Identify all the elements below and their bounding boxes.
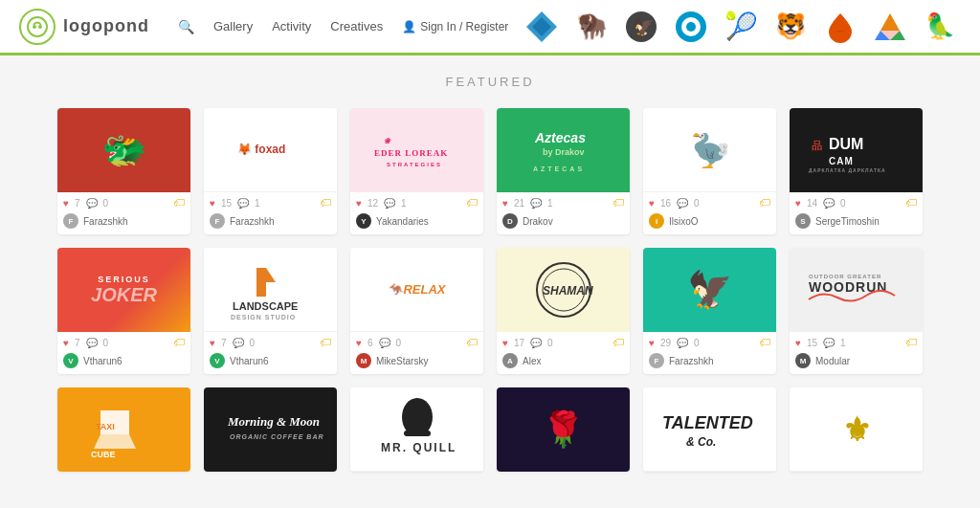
like-count: 7: [75, 338, 80, 348]
like-icon: ♥: [649, 198, 655, 209]
card-user-dum[interactable]: S SergeTimoshin: [790, 211, 923, 234]
nav-logo-drive[interactable]: [869, 6, 911, 48]
card-img-talented: TALENTED & Co.: [643, 387, 776, 472]
eder-svg: ❀ EDER LOREAK STRATEGIES: [369, 124, 465, 177]
username: Farazshkh: [230, 216, 275, 227]
nav-logo-diamond[interactable]: [521, 6, 563, 48]
nav-logo-bull[interactable]: 🦬: [570, 6, 612, 48]
like-icon: ♥: [63, 198, 69, 209]
card-meta-dum: ♥ 14 💬 0 🏷: [790, 192, 923, 211]
svg-text:CAM: CAM: [829, 156, 854, 166]
bookmark-icon: 🏷: [905, 196, 917, 210]
username: Farazshkh: [669, 356, 714, 366]
card-landscape[interactable]: LANDSCAPE DESIGN STUDIO ♥ 7 💬 0 🏷 V Vtha…: [204, 248, 337, 374]
nav-logo-target[interactable]: [670, 6, 712, 48]
card-user-relax[interactable]: M MikeStarsky: [350, 351, 483, 374]
card-img-dum: 品 DUM CAM ДАРКЛАТКА ДАРКЛАТКА: [790, 108, 923, 192]
card-talented[interactable]: TALENTED & Co.: [643, 387, 776, 472]
bookmark-icon: 🏷: [320, 196, 331, 210]
card-user-woodrun[interactable]: M Modular: [790, 351, 923, 374]
card-falcon[interactable]: 🦅 ♥ 29 💬 0 🏷 F Farazshkh: [643, 248, 776, 374]
grid-row-1: 🐲 ♥ 7 💬 0 🏷 F Farazshkh 🦊 foxad ♥: [57, 108, 923, 234]
username: IlsixoO: [669, 216, 699, 227]
navbar: logopond 🔍 Gallery Activity Creatives 👤 …: [0, 0, 980, 55]
search-icon[interactable]: 🔍: [178, 19, 194, 34]
logo-area[interactable]: logopond: [19, 9, 149, 45]
card-user-eder[interactable]: Y Yakandaries: [350, 211, 483, 234]
card-img-dragon: 🐲: [57, 108, 190, 192]
svg-marker-36: [94, 434, 136, 449]
svg-point-9: [686, 22, 696, 32]
svg-text:STRATEGIES: STRATEGIES: [387, 162, 442, 167]
svg-text:品: 品: [812, 140, 822, 151]
card-mrquill[interactable]: MR. QUILL: [350, 387, 483, 472]
comment-count: 0: [694, 198, 700, 209]
comment-icon: 💬: [823, 198, 835, 209]
card-img-mrquill: MR. QUILL: [350, 387, 483, 472]
card-user-dragon[interactable]: F Farazshkh: [57, 211, 190, 234]
nav-logo-drop[interactable]: [819, 6, 861, 48]
card-eder[interactable]: ❀ EDER LOREAK STRATEGIES ♥ 12 💬 1 🏷 Y Ya…: [350, 108, 483, 234]
like-count: 15: [221, 198, 232, 209]
card-user-falcon[interactable]: F Farazshkh: [643, 351, 776, 374]
card-relax[interactable]: 🦘 RELAX ♥ 6 💬 0 🏷 M MikeStarsky: [350, 248, 483, 374]
card-img-taxi: TAXI CUBE: [57, 387, 190, 472]
card-user-bird[interactable]: I IlsixoO: [643, 211, 776, 234]
svg-text:& Co.: & Co.: [686, 435, 716, 449]
card-rose[interactable]: 🌹: [497, 387, 630, 472]
card-dumcam[interactable]: 品 DUM CAM ДАРКЛАТКА ДАРКЛАТКА ♥ 14 💬 0 🏷…: [790, 108, 923, 234]
signin-link[interactable]: 👤 Sign In / Register: [402, 20, 508, 33]
foxad-svg: 🦊 foxad: [233, 126, 309, 174]
avatar: D: [502, 213, 518, 229]
talented-svg: TALENTED & Co.: [657, 398, 763, 460]
card-shaman[interactable]: SHAMAN ♥ 17 💬 0 🏷 A Alex: [497, 248, 630, 374]
card-woodrun[interactable]: OUTDOOR GREATER WOODRUN ♥ 15 💬 1 🏷 M Mod…: [790, 248, 923, 374]
nav-logo-tennis[interactable]: 🎾: [720, 6, 762, 48]
svg-text:🦊 foxad: 🦊 foxad: [237, 142, 285, 156]
nav-logo-eagle[interactable]: 🦅: [620, 6, 662, 48]
nav-logo-hummingbird[interactable]: 🦜: [919, 6, 961, 48]
bookmark-icon: 🏷: [612, 196, 624, 210]
card-meta-shaman: ♥ 17 💬 0 🏷: [497, 332, 630, 351]
comment-count: 0: [694, 338, 700, 348]
username: Yakandaries: [376, 216, 429, 227]
main-content: FEATURED 🐲 ♥ 7 💬 0 🏷 F Farazshkh 🦊 foxad: [0, 55, 980, 491]
activity-link[interactable]: Activity: [272, 19, 311, 33]
comment-icon: 💬: [823, 338, 835, 348]
gallery-link[interactable]: Gallery: [213, 19, 253, 33]
card-bird-outline[interactable]: 🦤 ♥ 16 💬 0 🏷 I IlsixoO: [643, 108, 776, 234]
card-user-foxad[interactable]: F Farazshkh: [204, 211, 337, 234]
avatar: A: [502, 353, 518, 368]
card-user-aztecas[interactable]: D Drakov: [497, 211, 630, 234]
card-meta-foxad: ♥ 15 💬 1 🏷: [204, 192, 337, 211]
card-morning[interactable]: Morning & Moon ORGANIC COFFEE BAR: [204, 387, 337, 472]
card-meta-joker: ♥ 7 💬 0 🏷: [57, 332, 190, 351]
card-aztecas[interactable]: Aztecas by Drakov AZTECAS ♥ 21 💬 1 🏷 D D…: [497, 108, 630, 234]
like-count: 17: [514, 338, 524, 348]
card-foxad[interactable]: 🦊 foxad ♥ 15 💬 1 🏷 F Farazshkh: [204, 108, 337, 234]
nav-logo-tiger[interactable]: 🐯: [769, 6, 812, 48]
svg-text:SHAMAN: SHAMAN: [543, 284, 593, 298]
aztecas-svg: Aztecas by Drakov AZTECAS: [516, 121, 612, 179]
comment-count: 1: [547, 198, 553, 209]
comment-icon: 💬: [677, 198, 688, 209]
card-user-shaman[interactable]: A Alex: [497, 351, 630, 374]
creatives-link[interactable]: Creatives: [330, 19, 383, 33]
card-meta-falcon: ♥ 29 💬 0 🏷: [643, 332, 776, 351]
username: Farazshkh: [83, 216, 128, 227]
like-count: 16: [660, 198, 671, 209]
card-meta-woodrun: ♥ 15 💬 1 🏷: [790, 332, 923, 351]
card-img-bird: 🦤: [643, 108, 776, 192]
card-dragon[interactable]: 🐲 ♥ 7 💬 0 🏷 F Farazshkh: [57, 108, 190, 234]
morningmoon-svg: Morning & Moon ORGANIC COFFEE BAR: [218, 399, 323, 461]
like-count: 7: [221, 338, 227, 348]
bookmark-icon: 🏷: [320, 336, 331, 349]
card-taxi[interactable]: TAXI CUBE: [57, 387, 190, 472]
bookmark-icon: 🏷: [466, 336, 478, 349]
card-jester[interactable]: ⚜: [790, 387, 923, 472]
avatar: F: [649, 353, 664, 368]
card-joker[interactable]: SERIOUS JOKER ♥ 7 💬 0 🏷 V Vtharun6: [57, 248, 190, 374]
card-img-morning: Morning & Moon ORGANIC COFFEE BAR: [204, 387, 337, 472]
card-user-landscape[interactable]: V Vtharun6: [204, 351, 337, 374]
card-user-joker[interactable]: V Vtharun6: [57, 351, 190, 374]
